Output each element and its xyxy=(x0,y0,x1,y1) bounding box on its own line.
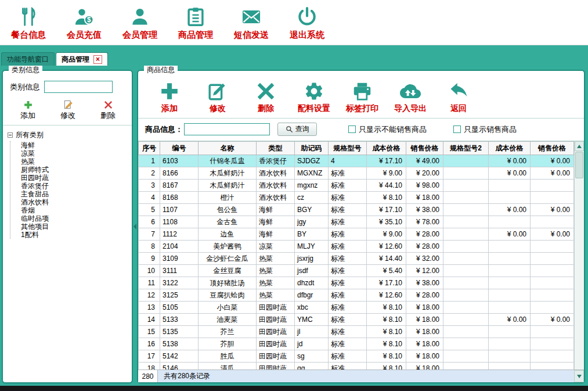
nav-member-manage[interactable]: 会员管理 xyxy=(121,6,159,41)
nav-sms-send[interactable]: 短信发送 xyxy=(232,6,270,41)
clipboard-icon xyxy=(185,6,207,28)
table-row[interactable]: 28166木瓜鲜奶汁酒水饮料MGXNZ标准¥ 9.00¥ 20.00¥ 0.00… xyxy=(139,167,574,180)
table-row[interactable]: 135105小白菜田园时蔬xbc标准¥ 8.10¥ 18.00 xyxy=(139,302,574,314)
category-input[interactable] xyxy=(44,81,113,93)
nav-member-recharge[interactable]: $会员充值 xyxy=(65,6,103,41)
table-row[interactable]: 175142胜瓜田园时蔬sg标准¥ 8.10¥ 18.00 xyxy=(139,350,574,363)
filter-nonsellable-label: 只显示不能销售商品 xyxy=(359,124,427,135)
table-cell: 香浓煲仔 xyxy=(257,155,295,167)
tree-item[interactable]: 香烟 xyxy=(10,206,128,214)
table-cell xyxy=(531,277,574,289)
tree-item[interactable]: 主食甜品 xyxy=(10,190,128,198)
tree-item[interactable]: 厨师特式 xyxy=(10,166,128,174)
table-cell: ¥ 20.00 xyxy=(406,167,443,180)
table-row[interactable]: 113122顶好猪肚汤热菜dhzdt标准¥ 17.10¥ 38.00 xyxy=(139,277,574,289)
toolbar-add-button[interactable]: 添加 xyxy=(153,81,186,114)
nav-exit-system[interactable]: 退出系统 xyxy=(288,6,326,41)
table-row[interactable]: 51107包公鱼海鲜BGY标准¥ 17.10¥ 38.00¥ 0.00¥ 0.0… xyxy=(139,204,574,216)
table-row[interactable]: 16103什锦冬瓜盅香浓煲仔SJDGZ4¥ 17.10¥ 49.00¥ 0.00… xyxy=(139,155,574,167)
table-cell: 标准 xyxy=(329,167,367,180)
table-cell: ¥ 49.00 xyxy=(406,155,443,167)
table-cell: 木瓜鲜奶汁 xyxy=(199,180,257,192)
checkbox-icon[interactable] xyxy=(348,125,356,133)
column-header[interactable]: 成本价格 xyxy=(489,142,531,155)
panel-splitter[interactable] xyxy=(133,70,137,383)
column-header[interactable]: 成本价格 xyxy=(367,142,406,155)
table-cell: ¥ 0.00 xyxy=(489,167,531,180)
table-cell: cz xyxy=(295,192,329,204)
table-cell: 芥兰 xyxy=(199,326,257,338)
toolbar-ingredient-settings-button[interactable]: 配料设置 xyxy=(298,81,330,114)
table-cell: 胜瓜 xyxy=(199,350,257,363)
table-row[interactable]: 61108金古鱼海鲜jgy标准¥ 35.10¥ 78.00 xyxy=(139,216,574,228)
checkbox-icon[interactable] xyxy=(453,125,461,133)
scroll-up-button[interactable] xyxy=(575,141,584,151)
tree-item[interactable]: 临时品项 xyxy=(10,214,128,223)
table-row[interactable]: 71112边鱼海鲜BY标准¥ 9.00¥ 28.00¥ 0.00¥ 0.00 xyxy=(139,228,574,241)
tab-product-manage[interactable]: 商品管理× xyxy=(56,52,108,66)
scrollbar-track[interactable] xyxy=(575,151,584,370)
toolbar-label-print-button[interactable]: 标签打印 xyxy=(346,81,378,114)
nav-product-manage[interactable]: 商品管理 xyxy=(176,6,215,41)
table-cell: 1112 xyxy=(160,228,199,241)
table-row[interactable]: 82104美炉酱鸭凉菜MLJY标准¥ 12.60¥ 28.00 xyxy=(139,241,574,253)
filter-sellable-checkbox[interactable]: 只显示销售商品 xyxy=(453,124,517,135)
toolbar-return-button[interactable]: 返回 xyxy=(442,81,475,114)
table-row[interactable]: 155135芥兰田园时蔬jl标准¥ 8.10¥ 18.00 xyxy=(139,326,574,338)
tree-item[interactable]: 海鲜 xyxy=(10,141,128,149)
tab-function-nav[interactable]: 功能导航窗口 xyxy=(1,52,55,66)
column-header[interactable]: 序号 xyxy=(139,142,160,155)
product-toolbar: 添加修改删除配料设置标签打印导入导出返回 xyxy=(138,71,584,118)
table-row[interactable]: 123125豆腐扒蛤肉热菜dfbgr标准¥ 12.60¥ 28.00 xyxy=(139,289,574,302)
table-cell: 8167 xyxy=(160,180,199,192)
table-cell: 13 xyxy=(139,302,160,314)
column-header[interactable]: 销售价格 xyxy=(531,142,574,155)
tree-item[interactable]: 热菜 xyxy=(10,157,128,166)
tab-label: 商品管理 xyxy=(62,55,89,64)
query-button[interactable]: 查询 xyxy=(277,123,317,136)
column-header[interactable]: 类型 xyxy=(257,142,295,155)
table-row[interactable]: 93109金沙虾仁金瓜热菜jsxrjg标准¥ 14.40¥ 32.00 xyxy=(139,253,574,265)
table-row[interactable]: 185146清瓜田园时蔬qg标准¥ 8.10¥ 18.00 xyxy=(139,363,574,370)
tree-root-all-categories[interactable]: 所有类别 xyxy=(8,130,128,140)
tree-collapse-icon[interactable] xyxy=(8,132,13,138)
column-header[interactable]: 助记码 xyxy=(295,142,329,155)
table-cell: 橙汁 xyxy=(199,192,257,204)
tree-item[interactable]: 田园时蔬 xyxy=(10,174,128,182)
column-header[interactable]: 编号 xyxy=(160,142,199,155)
table-row[interactable]: 165138芥胆田园时蔬jd标准¥ 8.10¥ 18.00 xyxy=(139,338,574,350)
window-bottom-edge xyxy=(0,386,588,391)
table-row[interactable]: 103111金丝豆腐热菜jsdf标准¥ 5.40¥ 12.00 xyxy=(139,265,574,277)
tree-item[interactable]: 1配料 xyxy=(10,231,128,239)
table-cell xyxy=(443,228,489,241)
scroll-down-button[interactable] xyxy=(574,370,584,382)
column-header[interactable]: 规格型号2 xyxy=(443,142,489,155)
tree-item[interactable]: 凉菜 xyxy=(10,149,128,157)
member-manage-icon xyxy=(129,6,151,28)
toolbar-modify-button[interactable]: 修改 xyxy=(201,81,234,114)
table-row[interactable]: 145133油麦菜田园时蔬YMC标准¥ 8.10¥ 18.00¥ 0.00¥ 0… xyxy=(139,314,574,326)
tree-item[interactable]: 香浓煲仔 xyxy=(10,182,128,190)
vertical-scrollbar[interactable] xyxy=(574,141,584,370)
table-cell: 凉菜 xyxy=(257,241,295,253)
toolbar-import-export-button[interactable]: 导入导出 xyxy=(394,81,427,114)
table-cell: 田园时蔬 xyxy=(257,302,295,314)
column-header[interactable]: 规格型号 xyxy=(329,142,367,155)
tab-close-icon[interactable]: × xyxy=(93,55,102,64)
toolbar-delete-button[interactable]: 删除 xyxy=(250,81,282,114)
filter-nonsellable-checkbox[interactable]: 只显示不能销售商品 xyxy=(348,124,427,135)
product-search-input[interactable] xyxy=(184,123,270,135)
scrollbar-thumb[interactable] xyxy=(575,152,583,178)
category-delete-button[interactable]: 删除 xyxy=(100,100,116,121)
column-header[interactable]: 销售价格 xyxy=(406,142,443,155)
tree-item[interactable]: 其他项目 xyxy=(10,223,128,231)
table-row[interactable]: 48168橙汁酒水饮料cz标准¥ 8.10¥ 18.00 xyxy=(139,192,574,204)
category-modify-button[interactable]: 修改 xyxy=(60,100,75,121)
tree-item[interactable]: 酒水饮料 xyxy=(10,198,128,206)
column-header[interactable]: 名称 xyxy=(199,142,257,155)
table-row[interactable]: 38167木瓜鲜奶汁酒水饮料mgxnz标准¥ 44.10¥ 98.00 xyxy=(139,180,574,192)
nav-table-info[interactable]: 餐台信息 xyxy=(9,6,48,41)
svg-text:$: $ xyxy=(87,16,91,24)
table-cell xyxy=(489,289,531,302)
category-add-button[interactable]: 添加 xyxy=(20,100,35,121)
